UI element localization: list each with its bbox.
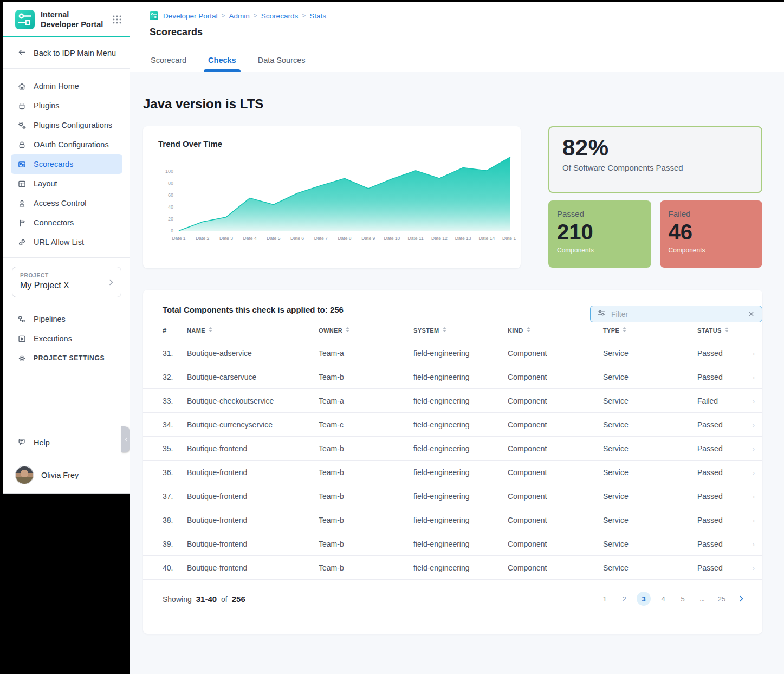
sort-icon[interactable] <box>724 326 729 334</box>
column-header-type[interactable]: TYPE <box>603 326 697 334</box>
table-row[interactable]: 32.Boutique-carservuceTeam-bfield-engine… <box>143 365 762 388</box>
table-footer: Showing 31-40 of 256 12345...25 <box>143 579 762 606</box>
tab-scorecard[interactable]: Scorecard <box>150 50 187 72</box>
sidebar-item-plugins[interactable]: Plugins <box>11 96 122 115</box>
svg-text:20: 20 <box>168 216 173 222</box>
pagination-page[interactable]: 3 <box>637 592 651 606</box>
column-header-status[interactable]: STATUS <box>697 326 751 334</box>
svg-text:80: 80 <box>168 180 173 186</box>
table-row[interactable]: 39.Boutique-frontendTeam-bfield-engineer… <box>143 532 762 555</box>
sort-icon[interactable] <box>442 326 447 334</box>
cell-owner: Team-a <box>319 349 413 358</box>
cell-kind: Component <box>508 397 603 405</box>
cell-status: Passed <box>697 349 751 358</box>
table-row[interactable]: 34.Boutique-currencyserviceTeam-cfield-e… <box>143 412 762 436</box>
cell-status: Passed <box>697 516 751 524</box>
project-selector[interactable]: PROJECT My Project X <box>12 267 121 297</box>
cell-owner: Team-c <box>319 420 413 429</box>
cell-name: Boutique-frontend <box>187 540 319 548</box>
pagination-page[interactable]: 2 <box>617 592 631 606</box>
cell-kind: Component <box>508 373 603 381</box>
app-title: Internal Developer Portal <box>41 10 112 29</box>
tab-data-sources[interactable]: Data Sources <box>257 50 307 72</box>
tab-checks[interactable]: Checks <box>207 50 237 72</box>
sidebar-item-label: Connectors <box>34 218 74 227</box>
signpost-icon <box>17 218 27 228</box>
chevron-right-icon <box>107 278 115 287</box>
cell-num: 35. <box>163 444 187 453</box>
pagination-page[interactable]: 4 <box>656 592 670 606</box>
sidebar-item-project-settings[interactable]: PROJECT SETTINGS <box>11 348 122 368</box>
breadcrumb-link[interactable]: Scorecards <box>261 12 298 20</box>
table-row[interactable]: 35.Boutique-frontendTeam-bfield-engineer… <box>143 436 762 460</box>
cell-kind: Component <box>508 468 603 477</box>
pagination-page[interactable]: 25 <box>715 592 729 606</box>
column-header-label: KIND <box>508 327 523 334</box>
clear-filter-icon[interactable] <box>747 310 755 318</box>
sidebar-item-connectors[interactable]: Connectors <box>11 213 122 232</box>
filter-box[interactable] <box>590 306 762 322</box>
sidebar-item-admin-home[interactable]: Admin Home <box>11 76 122 96</box>
apps-grid-icon[interactable] <box>112 14 122 25</box>
cell-system: field-engineering <box>413 468 508 477</box>
sidebar-item-layout[interactable]: Layout <box>11 174 122 193</box>
svg-text:Date 12: Date 12 <box>431 236 448 241</box>
cell-type: Service <box>603 420 697 429</box>
table-row[interactable]: 31.Boutique-adserviceTeam-afield-enginee… <box>143 341 762 365</box>
breadcrumb-link[interactable]: Stats <box>309 12 326 20</box>
svg-text:60: 60 <box>168 192 173 198</box>
cell-kind: Component <box>508 492 603 501</box>
table-row[interactable]: 33.Boutique-checkoutserviceTeam-afield-e… <box>143 388 762 412</box>
svg-text:Date 3: Date 3 <box>219 236 233 241</box>
table-row[interactable]: 40.Boutique-frontendTeam-bfield-engineer… <box>143 555 762 579</box>
failed-card: Failed 46 Components <box>660 200 763 268</box>
cell-kind: Component <box>508 420 603 429</box>
pagination-page[interactable]: 5 <box>676 592 690 606</box>
help-chat-icon <box>17 437 27 448</box>
sort-icon[interactable] <box>622 326 627 334</box>
sidebar-collapse-handle[interactable] <box>121 426 131 452</box>
table-row[interactable]: 37.Boutique-frontendTeam-bfield-engineer… <box>143 484 762 508</box>
column-header-name[interactable]: NAME <box>187 326 319 334</box>
showing-label: Showing <box>163 595 192 604</box>
cell-num: 39. <box>163 540 187 548</box>
breadcrumb-link[interactable]: Admin <box>229 12 250 20</box>
logo-row: Internal Developer Portal <box>3 2 130 36</box>
sidebar-item-scorecards[interactable]: Scorecards <box>11 154 122 174</box>
app-title-line2: Developer Portal <box>41 20 112 29</box>
cell-name: Boutique-frontend <box>187 516 319 524</box>
cell-owner: Team-b <box>319 492 413 501</box>
table-row[interactable]: 36.Boutique-frontendTeam-bfield-engineer… <box>143 460 762 484</box>
sidebar-item-url-allow-list[interactable]: URL Allow List <box>11 232 122 252</box>
sidebar-item-oauth-configurations[interactable]: OAuth Configurations <box>11 135 122 154</box>
filter-input[interactable] <box>611 310 742 319</box>
pagination-page[interactable]: 1 <box>598 592 612 606</box>
column-header-kind[interactable]: KIND <box>508 326 603 334</box>
column-header-owner[interactable]: OWNER <box>319 326 413 334</box>
sort-icon[interactable] <box>208 326 213 334</box>
column-header-label: OWNER <box>319 327 342 334</box>
pagination-next-icon[interactable] <box>734 592 748 606</box>
breadcrumb-link[interactable]: Developer Portal <box>163 12 218 20</box>
cell-type: Service <box>603 540 697 548</box>
cell-name: Boutique-frontend <box>187 444 319 453</box>
sidebar-item-plugins-configurations[interactable]: Plugins Configurations <box>11 115 122 135</box>
divider <box>3 257 130 258</box>
sort-icon[interactable] <box>526 326 531 334</box>
table-row[interactable]: 38.Boutique-frontendTeam-bfield-engineer… <box>143 508 762 532</box>
sidebar-item-access-control[interactable]: Access Control <box>11 193 122 213</box>
pagination: 12345...25 <box>598 592 748 606</box>
column-header-label: # <box>163 326 167 334</box>
chart-title: Trend Over Time <box>158 139 515 148</box>
back-arrow-icon <box>17 48 27 59</box>
sidebar-item-pipelines[interactable]: Pipelines <box>11 309 122 329</box>
row-chevron-icon: › <box>753 373 755 381</box>
sidebar-item-executions[interactable]: Executions <box>11 329 122 348</box>
back-to-main-menu[interactable]: Back to IDP Main Menu <box>3 37 130 68</box>
cell-kind: Component <box>508 444 603 453</box>
sort-icon[interactable] <box>345 326 350 334</box>
column-header-num[interactable]: # <box>163 326 187 334</box>
column-header-system[interactable]: SYSTEM <box>413 326 508 334</box>
help-item[interactable]: Help <box>3 427 130 458</box>
user-row[interactable]: Olivia Frey <box>3 458 130 493</box>
